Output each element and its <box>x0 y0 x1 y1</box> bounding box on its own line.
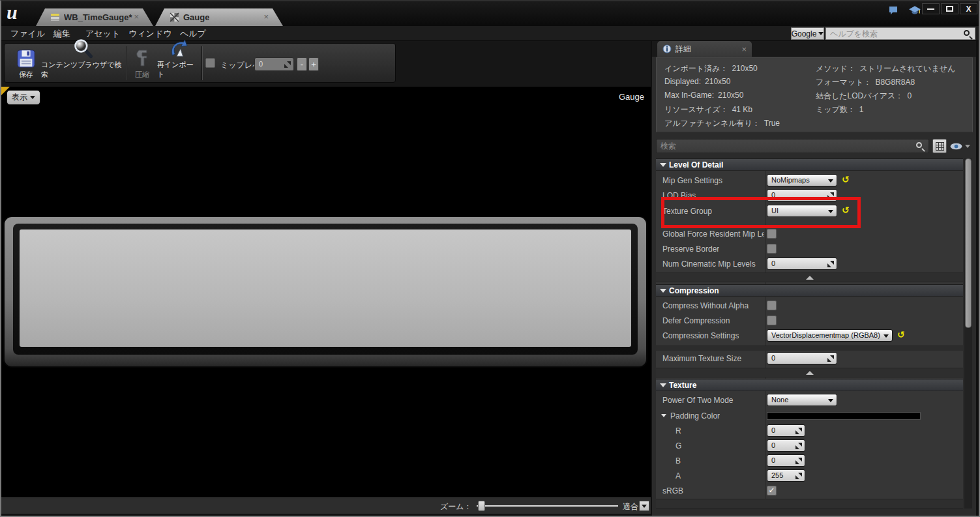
gauge-texture-preview <box>3 216 647 368</box>
global-force-resident-checkbox[interactable] <box>767 229 777 239</box>
mip-level-spinbox[interactable]: 0 <box>254 57 294 71</box>
row-num-cinematic-mip-levels: Num Cinematic Mip Levels 0 <box>656 257 963 272</box>
save-label: 保存 <box>19 70 33 80</box>
view-options-button[interactable]: 表示 <box>7 90 40 105</box>
reset-to-default-icon[interactable]: ↺ <box>897 329 905 341</box>
row-padding-color-r: R 0 <box>656 424 963 439</box>
srgb-checkbox-checked[interactable]: ✓ <box>767 486 777 495</box>
texture-viewport[interactable]: 表示 Gauge <box>1 87 651 497</box>
compress-label: 圧縮 <box>135 70 149 80</box>
lod-bias-spinbox[interactable]: 0 <box>767 189 837 201</box>
section-compression[interactable]: Compression <box>656 284 963 297</box>
reset-to-default-icon[interactable]: ↺ <box>842 173 850 186</box>
padding-g-spinbox[interactable]: 0 <box>767 439 805 452</box>
asset-tab-wb-timegauge[interactable]: WB_TimeGauge* × <box>36 8 153 26</box>
power-of-two-mode-dropdown[interactable]: None <box>767 394 837 406</box>
mip-level-decrease-button[interactable]: - <box>297 57 307 71</box>
find-in-content-browser-button[interactable]: コンテンツブラウザで検索 <box>41 45 125 81</box>
num-cinematic-spinbox[interactable]: 0 <box>767 258 837 270</box>
compression-settings-dropdown[interactable]: VectorDisplacementmap (RGBA8) <box>767 329 893 342</box>
tab-label: WB_TimeGauge* <box>64 12 132 22</box>
compress-without-alpha-checkbox[interactable] <box>767 301 777 310</box>
info-mip-count: ミップ数：1 <box>816 104 864 115</box>
tutorial-graduation-cap-icon[interactable] <box>908 5 921 16</box>
close-tab-icon[interactable]: × <box>741 44 747 54</box>
row-padding-color-a: A 255 <box>656 469 963 484</box>
compress-button-disabled: 圧縮 <box>128 45 156 81</box>
zoom-slider-handle[interactable] <box>478 501 485 511</box>
help-search-input[interactable] <box>825 27 975 40</box>
maximum-texture-size-spinbox[interactable]: 0 <box>767 352 837 364</box>
menu-window[interactable]: ウィンドウ <box>128 28 172 40</box>
row-compression-settings: Compression Settings VectorDisplacementm… <box>656 329 963 344</box>
gauge-texture-dark-frame <box>13 224 638 355</box>
close-window-button[interactable]: X <box>960 3 977 14</box>
row-padding-color: Padding Color <box>656 409 963 424</box>
view-label: 表示 <box>12 92 27 103</box>
texture-editor-area: 保存 コンテンツブラウザで検索 圧縮 <box>1 41 651 516</box>
details-tab-label: 詳細 <box>676 44 691 55</box>
eye-icon <box>950 143 962 150</box>
bottom-edge <box>1 514 651 516</box>
save-floppy-icon <box>16 49 36 68</box>
mip-level-increase-button[interactable]: + <box>308 57 319 71</box>
collapse-advanced-button[interactable] <box>656 368 963 377</box>
chevron-down-icon <box>30 96 35 99</box>
section-texture[interactable]: Texture <box>656 379 963 391</box>
search-engine-dropdown[interactable]: Google <box>791 27 824 40</box>
reimport-label: 再インポート <box>157 60 199 80</box>
chevron-down-icon <box>818 32 824 35</box>
mip-level-checkbox[interactable] <box>205 58 215 68</box>
spinner-drag-icon <box>795 458 802 464</box>
maximize-button[interactable] <box>941 3 958 14</box>
info-method: メソッド：ストリームされていません <box>816 63 955 74</box>
panel-bottom-strip <box>656 499 963 509</box>
display-options-grid-button[interactable] <box>932 139 947 153</box>
row-mip-gen-settings: Mip Gen Settings NoMipmaps ↺ <box>656 173 963 188</box>
padding-a-spinbox[interactable]: 255 <box>767 469 805 482</box>
row-lod-bias: LOD Bias 0 <box>656 188 963 203</box>
details-tab[interactable]: 詳細 × <box>657 41 752 57</box>
section-level-of-detail[interactable]: Level Of Detail <box>656 158 963 171</box>
row-padding-color-g: G 0 <box>656 439 963 454</box>
preserve-border-checkbox[interactable] <box>767 244 777 254</box>
padding-color-swatch[interactable] <box>767 412 921 420</box>
toolbar-separator <box>201 46 202 80</box>
row-compress-without-alpha: Compress Without Alpha <box>656 299 963 314</box>
texture-group-dropdown[interactable]: UI <box>767 205 837 217</box>
details-panel: 詳細 × インポート済み：210x50 Displayed:210x50 Max… <box>652 41 976 516</box>
search-icon <box>964 30 970 36</box>
texture-info-box: インポート済み：210x50 Displayed:210x50 Max In-G… <box>656 57 973 132</box>
zoom-label: ズーム： <box>440 501 472 512</box>
grid-icon <box>936 142 944 151</box>
view-filter-eye-button[interactable] <box>950 140 972 153</box>
asset-tab-gauge[interactable]: Gauge × <box>155 8 283 26</box>
padding-b-spinbox[interactable]: 0 <box>767 454 805 467</box>
spinner-drag-icon <box>827 192 834 199</box>
close-tab-icon[interactable]: × <box>263 12 269 22</box>
zoom-slider-track[interactable] <box>477 505 618 507</box>
padding-r-spinbox[interactable]: 0 <box>767 424 805 437</box>
menu-file[interactable]: ファイル <box>10 28 45 40</box>
defer-compression-checkbox[interactable] <box>767 316 777 325</box>
save-button[interactable]: 保存 <box>11 45 41 81</box>
collapse-advanced-button[interactable] <box>656 273 963 282</box>
spinner-drag-icon <box>284 61 291 68</box>
viewport-asset-name: Gauge <box>619 92 644 102</box>
mip-gen-settings-dropdown[interactable]: NoMipmaps <box>767 174 837 186</box>
minimize-button[interactable] <box>922 3 940 14</box>
mip-level-value: 0 <box>259 60 263 68</box>
row-defer-compression: Defer Compression <box>656 314 963 329</box>
magnifier-icon <box>72 38 94 59</box>
unreal-engine-logo-icon: u <box>7 1 30 23</box>
menu-edit[interactable]: 編集 <box>53 28 70 40</box>
details-scrollbar-thumb[interactable] <box>965 158 972 328</box>
reimport-button[interactable]: 再インポート <box>157 45 199 81</box>
row-srgb: sRGB ✓ <box>656 484 963 499</box>
menu-help[interactable]: ヘルプ <box>180 28 206 40</box>
fit-dropdown-button[interactable] <box>639 501 649 511</box>
details-search-input[interactable] <box>656 139 929 153</box>
close-tab-icon[interactable]: × <box>134 12 139 22</box>
feedback-chat-bubble-icon[interactable] <box>887 5 899 16</box>
reset-to-default-icon[interactable]: ↺ <box>842 204 850 216</box>
